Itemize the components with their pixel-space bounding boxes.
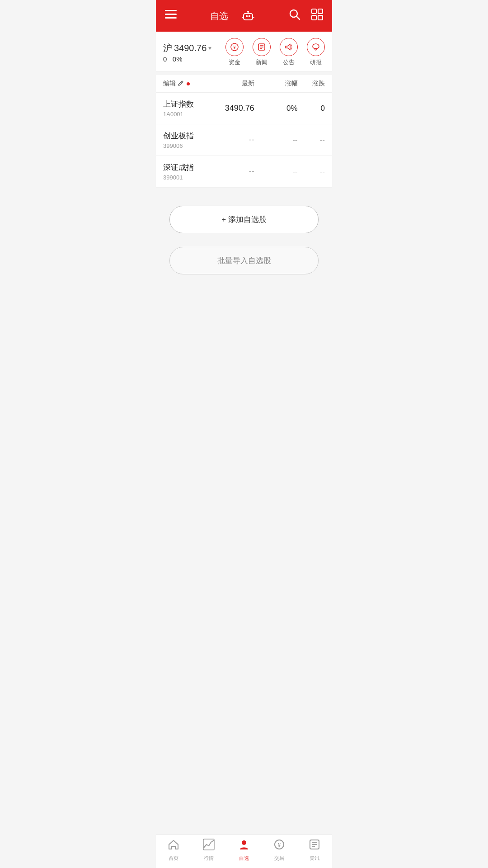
menu-icon[interactable] xyxy=(165,10,177,22)
header-title[interactable]: 自选 xyxy=(210,10,228,22)
stock-change: 0 xyxy=(302,104,325,113)
watchlist-icon xyxy=(238,839,250,853)
stock-list: 上证指数 1A0001 3490.76 0% 0 创业板指 399006 -- … xyxy=(156,93,332,188)
nav-item-watchlist[interactable]: 自选 xyxy=(238,839,250,862)
nav-label-trade: 交易 xyxy=(274,855,284,862)
table-header: 编辑 最新 涨幅 涨跌 xyxy=(156,75,332,93)
announcement-icon xyxy=(280,38,298,56)
svg-line-11 xyxy=(296,16,300,19)
svg-point-29 xyxy=(242,840,246,845)
newsfeed-icon xyxy=(309,839,320,853)
svg-rect-1 xyxy=(165,14,177,15)
svg-rect-12 xyxy=(312,9,316,14)
nav-item-home[interactable]: 首页 xyxy=(168,839,179,862)
svg-rect-3 xyxy=(244,14,253,20)
action-buttons: + 添加自选股 批量导入自选股 xyxy=(156,188,332,283)
nav-item-newsfeed[interactable]: 资讯 xyxy=(309,839,320,862)
svg-text:¥: ¥ xyxy=(278,841,281,848)
svg-rect-15 xyxy=(318,15,323,20)
col-change-pct-header: 涨幅 xyxy=(263,80,302,88)
svg-text:¥: ¥ xyxy=(233,44,236,51)
quick-actions: ¥ 资金 新闻 xyxy=(225,38,325,66)
edit-icon xyxy=(178,80,184,88)
funds-label: 资金 xyxy=(229,58,240,66)
news-label: 新闻 xyxy=(256,58,267,66)
market-info[interactable]: 沪 3490.76 ▾ 0 0% xyxy=(163,42,211,63)
sub-header: 沪 3490.76 ▾ 0 0% ¥ 资金 xyxy=(156,32,332,71)
svg-rect-14 xyxy=(312,15,316,20)
stock-change: -- xyxy=(302,136,325,145)
nav-label-home: 首页 xyxy=(169,855,178,862)
quick-action-news[interactable]: 新闻 xyxy=(253,38,271,66)
nav-item-market[interactable]: 行情 xyxy=(203,839,215,862)
nav-label-market: 行情 xyxy=(204,855,214,862)
research-icon xyxy=(307,38,325,56)
announcement-label: 公告 xyxy=(283,58,295,66)
stock-change-pct: 0% xyxy=(263,104,302,113)
nav-item-trade[interactable]: ¥ 交易 xyxy=(273,839,285,862)
header-center: 自选 xyxy=(210,9,255,23)
market-title: 沪 3490.76 ▾ xyxy=(163,42,211,54)
table-row[interactable]: 上证指数 1A0001 3490.76 0% 0 xyxy=(156,93,332,124)
table-row[interactable]: 创业板指 399006 -- -- -- xyxy=(156,124,332,156)
header-right xyxy=(289,9,323,23)
svg-rect-0 xyxy=(165,10,177,11)
stock-info: 深证成指 399001 xyxy=(163,162,209,181)
stock-name: 创业板指 xyxy=(163,131,209,141)
svg-line-25 xyxy=(291,48,292,49)
stock-code: 399006 xyxy=(163,142,209,149)
svg-marker-22 xyxy=(286,44,290,50)
bottom-nav: 首页 行情 自选 ¥ 交易 xyxy=(156,835,332,868)
edit-section[interactable]: 编辑 xyxy=(163,80,209,88)
notification-dot xyxy=(187,82,190,85)
stock-code: 1A0001 xyxy=(163,111,209,118)
market-name: 沪 xyxy=(163,42,172,54)
quick-action-research[interactable]: 研报 xyxy=(307,38,325,66)
quick-action-announcement[interactable]: 公告 xyxy=(280,38,298,66)
grid-icon[interactable] xyxy=(311,9,323,23)
news-icon xyxy=(253,38,271,56)
edit-label: 编辑 xyxy=(163,80,176,88)
svg-rect-2 xyxy=(165,17,177,19)
market-change: 0 0% xyxy=(163,55,211,63)
trade-icon: ¥ xyxy=(273,839,285,853)
svg-point-7 xyxy=(247,11,249,13)
stock-info: 上证指数 1A0001 xyxy=(163,99,209,118)
stock-change-pct: -- xyxy=(263,167,302,176)
svg-line-23 xyxy=(291,45,292,46)
svg-rect-4 xyxy=(246,15,248,17)
market-icon xyxy=(203,839,215,853)
app-header: 自选 xyxy=(156,0,332,32)
market-value: 3490.76 xyxy=(174,43,206,53)
table-row[interactable]: 深证成指 399001 -- -- -- xyxy=(156,156,332,188)
quick-action-funds[interactable]: ¥ 资金 xyxy=(225,38,244,66)
ai-robot-icon[interactable] xyxy=(241,9,255,23)
research-label: 研报 xyxy=(310,58,322,66)
svg-line-27 xyxy=(181,82,182,83)
import-stock-button[interactable]: 批量导入自选股 xyxy=(169,247,319,274)
stock-latest: -- xyxy=(209,135,263,145)
stock-name: 深证成指 xyxy=(163,162,209,173)
add-stock-button[interactable]: + 添加自选股 xyxy=(169,206,319,233)
home-icon xyxy=(168,839,179,853)
stock-info: 创业板指 399006 xyxy=(163,131,209,149)
svg-rect-5 xyxy=(249,15,250,17)
col-change-header: 涨跌 xyxy=(302,80,325,88)
stock-latest: 3490.76 xyxy=(209,104,263,113)
search-icon[interactable] xyxy=(289,9,300,23)
stock-code: 399001 xyxy=(163,174,209,181)
content-space xyxy=(156,283,332,509)
stock-name: 上证指数 xyxy=(163,99,209,109)
funds-icon: ¥ xyxy=(225,38,244,56)
col-latest-header: 最新 xyxy=(209,80,263,88)
nav-label-newsfeed: 资讯 xyxy=(310,855,319,862)
dropdown-arrow[interactable]: ▾ xyxy=(208,44,211,52)
stock-change: -- xyxy=(302,167,325,176)
stock-latest: -- xyxy=(209,167,263,176)
nav-label-watchlist: 自选 xyxy=(239,855,249,862)
stock-change-pct: -- xyxy=(263,136,302,145)
svg-rect-13 xyxy=(318,9,323,14)
